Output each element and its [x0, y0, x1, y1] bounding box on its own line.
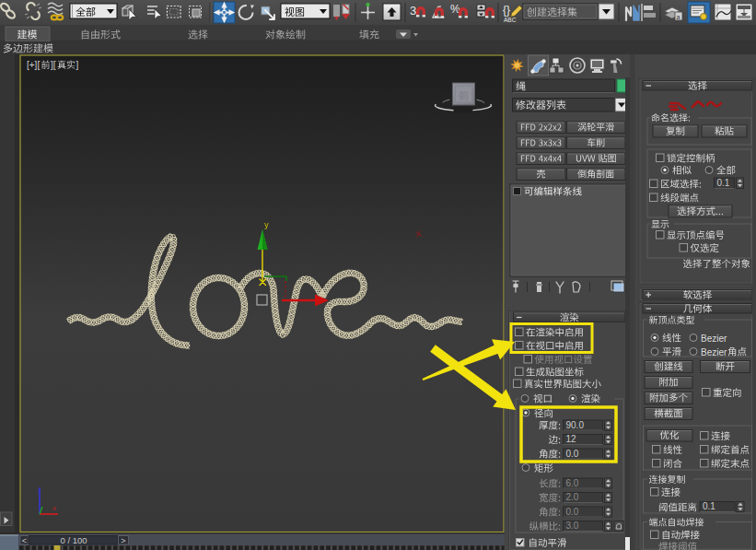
svg-text:]: ] [76, 60, 79, 70]
svg-text:ABC: ABC [504, 17, 517, 23]
svg-text:0.1: 0.1 [703, 501, 715, 511]
svg-text:0.0: 0.0 [566, 449, 579, 459]
svg-text:2.0: 2.0 [566, 492, 579, 502]
svg-text:Bezier: Bezier [701, 347, 727, 357]
svg-text:{}: {} [503, 4, 510, 17]
svg-text:90.0: 90.0 [566, 420, 585, 430]
svg-text:Bezier: Bezier [701, 334, 727, 344]
svg-text:[+][: [+][ [27, 60, 40, 70]
svg-text:a: a [677, 14, 680, 20]
svg-text:0.1: 0.1 [717, 178, 730, 188]
svg-text:][: ][ [51, 60, 56, 70]
svg-text:0 / 100: 0 / 100 [60, 535, 87, 545]
svg-text:<: < [22, 536, 27, 545]
svg-text:3: 3 [410, 4, 416, 18]
svg-text:>: > [121, 536, 125, 545]
svg-text:z: z [38, 486, 41, 494]
svg-text:12: 12 [566, 434, 577, 444]
svg-text:x: x [52, 504, 56, 512]
svg-text:3.0: 3.0 [566, 521, 579, 531]
svg-text:0.0: 0.0 [566, 507, 579, 517]
svg-text:6.0: 6.0 [566, 478, 579, 488]
